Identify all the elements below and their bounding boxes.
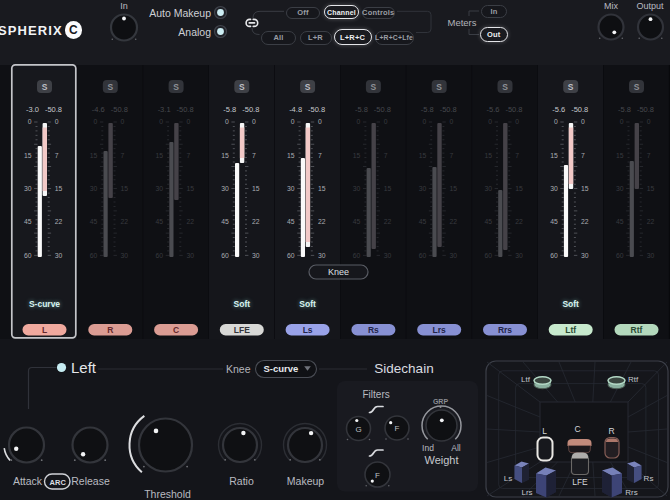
svg-text:Lrs: Lrs: [521, 488, 532, 497]
svg-text:Ltf: Ltf: [521, 375, 531, 384]
svg-text:LFE: LFE: [572, 477, 588, 487]
svg-text:L: L: [542, 426, 547, 436]
svg-text:Rrs: Rrs: [625, 488, 637, 497]
svg-text:Rtf: Rtf: [628, 375, 639, 384]
svg-text:R: R: [608, 426, 614, 436]
svg-text:C: C: [574, 424, 580, 434]
svg-text:Ls: Ls: [504, 474, 512, 483]
svg-text:Rs: Rs: [644, 474, 654, 483]
